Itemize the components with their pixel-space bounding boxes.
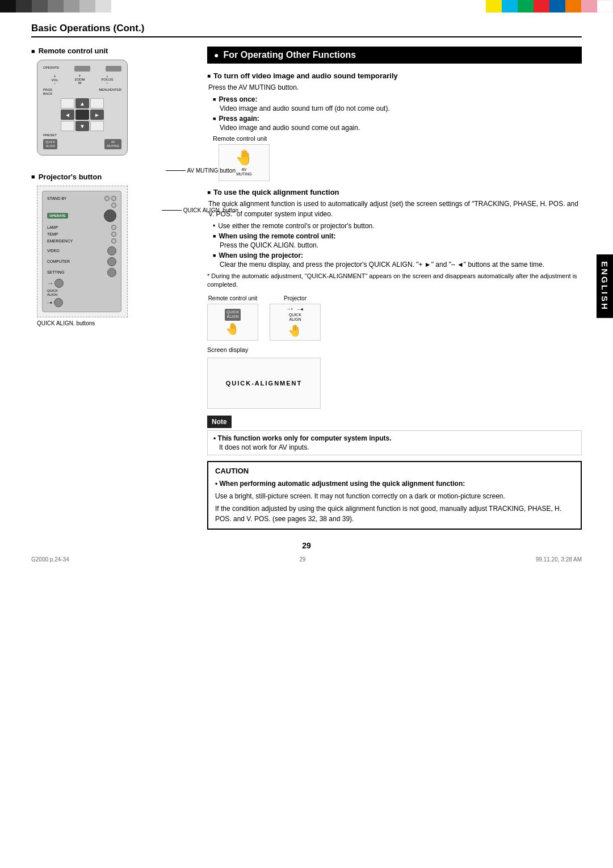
when-projector-text: Clear the menu display, and press the pr… (220, 261, 582, 269)
proj-operate-circle-btn (104, 209, 116, 222)
remote-zoom: T ZOOM W (74, 74, 85, 85)
av-muting-image-caption: Remote control unit (213, 135, 582, 142)
av-muting-title: To turn off video image and audio sound … (207, 72, 582, 80)
projector-section: Projector's button STAND BY (31, 173, 190, 326)
remote-label: Remote control unit (31, 47, 190, 55)
remote-vol: + VOL – (51, 74, 58, 85)
dpad-up: ▲ (75, 98, 89, 108)
dpad-down: ▼ (75, 121, 89, 131)
english-sidebar: ENGLISH (597, 255, 613, 318)
caution-label: CAUTION (215, 467, 574, 475)
main-layout: Remote control unit OPERATE (31, 47, 582, 530)
av-muting-hand-box: 🤚 AVMUTING (219, 144, 270, 181)
proj-circle-3 (111, 203, 116, 208)
projector-panel-outer: STAND BY (37, 186, 128, 317)
projector-hand-box: →+–◄ QUICKALIGN 🤚 (270, 304, 321, 341)
qa-proj-arrows: →+–◄ (287, 307, 304, 312)
when-projector-label: When using the projector: (213, 251, 582, 259)
proj-standby-indicators (104, 196, 116, 201)
proj-emergency-row: EMERGENCY (47, 238, 116, 244)
left-column: Remote control unit OPERATE (31, 47, 190, 530)
remote-bottom-row: QUICKALIGN AVMUTING (43, 139, 121, 149)
quick-align-images: Remote control unit QUICKALIGN 🤚 (207, 295, 582, 341)
note-text: It does not work for AV inputs. (219, 443, 576, 451)
right-column: For Operating Other Functions To turn of… (207, 47, 582, 530)
remote-page-menu-row: PAGEBACK MENU/ENTER (43, 88, 121, 96)
press-once-text: Video image and audio sound turn off (do… (220, 104, 582, 112)
annotation-line-2 (162, 210, 182, 211)
remote-top-row: OPERATE (43, 66, 121, 72)
qa-remote-box: QUICKALIGN 🤚 (225, 309, 241, 336)
proj-circle-row (47, 203, 116, 208)
note-bullet: • This function works only for computer … (213, 434, 576, 442)
projector-panel: STAND BY (42, 191, 121, 312)
screen-display-text: QUICK-ALIGNMENT (226, 380, 303, 387)
proj-video-row: VIDEO (47, 246, 116, 255)
press-again-text: Video image and audio sound come out aga… (220, 124, 582, 132)
proj-qa-label: QUICKALIGN (47, 289, 58, 297)
quick-align-title: To use the quick alignment function (207, 188, 582, 196)
proj-circle-1 (104, 196, 110, 201)
caution-bullet-text: When performing automatic adjustment usi… (220, 480, 465, 488)
av-muting-label: AV MUTING button (187, 167, 236, 174)
proj-emergency-circle (111, 238, 116, 244)
footer-left: G2000 p.24-34 (31, 556, 69, 563)
hand-icon: 🤚 (235, 149, 253, 166)
dpad-left: ◄ (61, 110, 74, 120)
annotation-line-1 (166, 170, 186, 171)
proj-lamp-row: LAMP (47, 225, 116, 230)
remote-hand-box: QUICKALIGN 🤚 (207, 304, 258, 341)
qa-proj-box: →+–◄ QUICKALIGN 🤚 (287, 307, 304, 337)
proj-computer-row: COMPUTER (47, 257, 116, 266)
remote-quick-align-btn: QUICKALIGN (43, 139, 57, 149)
projector-image-container: STAND BY (37, 186, 190, 326)
remote-hand-caption: Remote control unit (208, 295, 258, 301)
page-header: Basic Operations (Cont.) (31, 23, 582, 37)
remote-av-muting-btn: AVMUTING (104, 139, 121, 149)
quick-align-body: The quick alignment function is used to … (208, 199, 582, 219)
av-muting-image: 🤚 AVMUTING (219, 144, 582, 181)
proj-setting-label: SETTING (47, 270, 64, 274)
proj-setting-btn (107, 268, 116, 277)
caution-para1: Use a bright, still-picture screen. It m… (215, 491, 574, 501)
proj-emergency-label: EMERGENCY (47, 239, 73, 243)
remote-hand-icon: QUICKALIGN 🤚 (225, 309, 241, 336)
proj-qa-btn2 (54, 298, 63, 307)
av-muting-annotation: AV MUTING button (166, 167, 236, 174)
note-content: • This function works only for computer … (207, 430, 582, 455)
dpad-right: ► (90, 110, 104, 120)
remote-menu-enter: MENU/ENTER (99, 88, 121, 96)
section-title-bar: For Operating Other Functions (207, 47, 582, 64)
remote-computer-btn (74, 66, 90, 72)
projector-hand-caption: Projector (284, 295, 306, 301)
remote-operate-label: OPERATE (43, 66, 59, 72)
screen-display-box: QUICK-ALIGNMENT (207, 358, 321, 409)
dpad-center (75, 110, 89, 120)
proj-temp-row: TEMP (47, 232, 116, 237)
screen-display-caption: Screen display (207, 346, 582, 353)
qa-remote-btn-label: QUICKALIGN (225, 309, 241, 321)
qa-proj-hand: 🤚 (288, 324, 302, 337)
footer-right: 99.11.20, 3:28 AM (536, 556, 582, 563)
note-bullet-text: This function works only for computer sy… (218, 434, 392, 442)
remote-hand-image: Remote control unit QUICKALIGN 🤚 (207, 295, 258, 341)
page-title: Basic Operations (Cont.) (31, 23, 582, 34)
av-muting-btn-label: AVMUTING (236, 167, 252, 177)
proj-temp-circle (111, 232, 116, 237)
proj-operate-row: OPERATE (47, 209, 116, 222)
proj-video-label: VIDEO (47, 249, 60, 253)
caution-bullet: • When performing automatic adjustment u… (215, 479, 574, 489)
when-remote-text: Press the QUICK ALIGN. button. (220, 241, 582, 249)
proj-computer-label: COMPUTER (47, 259, 70, 263)
quick-align-label: QUICK ALIGN. button (183, 207, 238, 213)
quick-align-buttons-caption: QUICK ALIGN. buttons (37, 320, 190, 326)
remote-drawing: OPERATE + VOL – T (37, 60, 128, 156)
av-muting-section: To turn off video image and audio sound … (207, 72, 582, 181)
proj-standby-label: STAND BY (47, 196, 67, 200)
proj-video-btn (107, 246, 116, 255)
quick-align-annotation: QUICK ALIGN. button (162, 207, 238, 213)
remote-vol-row: + VOL – T ZOOM W + FOCUS (43, 74, 121, 85)
remote-preset: PRESET (43, 133, 121, 137)
remote-video-btn (106, 66, 121, 72)
page-number: 29 (31, 541, 582, 550)
